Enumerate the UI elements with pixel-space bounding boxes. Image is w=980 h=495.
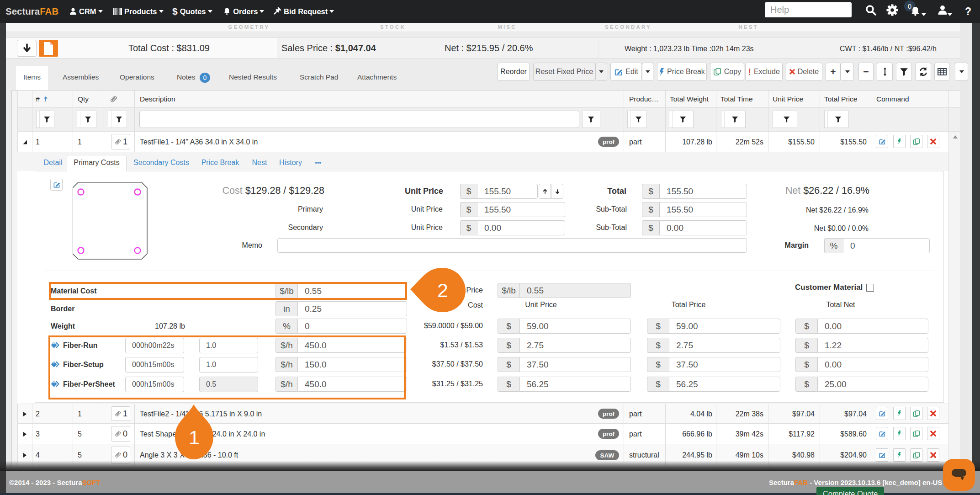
svg-text:2: 2 bbox=[437, 279, 448, 301]
svg-text:1: 1 bbox=[189, 426, 200, 448]
